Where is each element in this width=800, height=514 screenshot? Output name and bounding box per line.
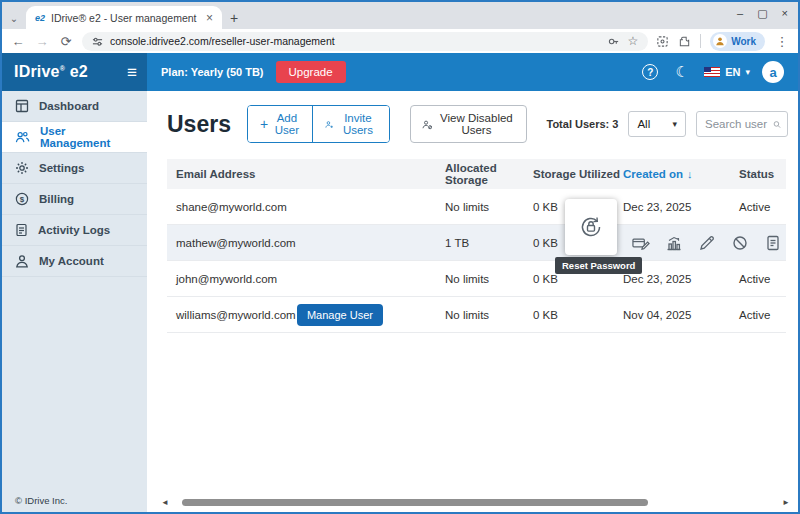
- main-content: Users + Add User Invite Users View Disab…: [147, 91, 798, 512]
- user-email: shane@myworld.com: [167, 201, 445, 213]
- forward-icon[interactable]: →: [34, 34, 50, 49]
- user-actions-group: + Add User Invite Users: [247, 105, 390, 143]
- status-badge: Active: [739, 273, 786, 285]
- manage-user-button[interactable]: Manage User: [297, 304, 383, 326]
- scroll-left-icon[interactable]: ◄: [161, 499, 169, 507]
- scrollbar-track[interactable]: [173, 499, 778, 506]
- address-bar: ← → ⟳ console.idrivee2.com/reseller-user…: [2, 29, 798, 53]
- plan-label: Plan: Yearly (50 TB): [161, 66, 264, 78]
- invite-user-icon: [325, 118, 334, 131]
- reset-password-icon: [578, 214, 604, 240]
- reset-password-button[interactable]: [565, 199, 617, 255]
- usage-stats-icon[interactable]: [665, 234, 683, 252]
- table-row-hovered[interactable]: mathew@myworld.com 1 TB 0 KB: [167, 225, 786, 261]
- table-row[interactable]: john@myworld.com No limits 0 KB Dec 23, …: [167, 261, 786, 297]
- help-icon[interactable]: ?: [640, 62, 660, 82]
- app-header-bar: Plan: Yearly (50 TB) Upgrade ? ☾ EN ▾ a: [147, 53, 798, 91]
- upgrade-button[interactable]: Upgrade: [276, 61, 346, 83]
- copyright-footer: © IDrive Inc.: [15, 495, 67, 506]
- status-badge: Active: [739, 201, 786, 213]
- user-avatar[interactable]: a: [762, 61, 784, 83]
- browser-window: ⌄ e2 IDrive® e2 - User management × + – …: [0, 0, 800, 514]
- hamburger-menu-icon[interactable]: ≡: [127, 64, 137, 81]
- reload-icon[interactable]: ⟳: [58, 34, 74, 49]
- sidebar-item-my-account[interactable]: My Account: [2, 246, 147, 277]
- sidebar-item-settings[interactable]: Settings: [2, 153, 147, 184]
- horizontal-scrollbar[interactable]: ◄ ►: [161, 498, 790, 507]
- tab-close-icon[interactable]: ×: [203, 11, 216, 25]
- svg-text:$: $: [20, 195, 25, 204]
- status-badge: Active: [739, 309, 786, 321]
- account-icon: [15, 254, 29, 268]
- column-status: Status: [739, 168, 786, 180]
- table-row[interactable]: shane@myworld.com No limits 0 KB Dec 23,…: [167, 189, 786, 225]
- user-email: mathew@myworld.com: [167, 237, 445, 249]
- site-settings-icon[interactable]: [92, 36, 103, 47]
- users-icon: [15, 130, 30, 144]
- minimize-icon[interactable]: –: [737, 4, 743, 22]
- dashboard-icon: [15, 99, 29, 113]
- total-users-count: Total Users: 3: [547, 118, 619, 130]
- status-filter-dropdown[interactable]: All ▾: [628, 111, 686, 137]
- column-utilized: Storage Utilized: [533, 168, 623, 180]
- us-flag-icon: [704, 67, 720, 77]
- sidebar-item-user-management[interactable]: User Management: [2, 122, 147, 153]
- tab-title: IDrive® e2 - User management: [51, 12, 197, 24]
- browser-tab[interactable]: e2 IDrive® e2 - User management ×: [26, 6, 222, 29]
- logo-panel: IDrive® e2 ≡: [2, 53, 147, 91]
- gear-icon: [15, 161, 29, 175]
- user-email: john@myworld.com: [167, 273, 445, 285]
- user-logs-icon[interactable]: [764, 234, 782, 252]
- close-window-icon[interactable]: ×: [782, 4, 788, 22]
- address-bar-right: Work ⋮: [656, 32, 790, 51]
- extension-icon[interactable]: [656, 35, 669, 48]
- url-text: console.idrivee2.com/reseller-user-manag…: [110, 35, 600, 47]
- dark-mode-moon-icon[interactable]: ☾: [672, 62, 692, 82]
- maximize-icon[interactable]: ▢: [757, 4, 767, 22]
- sidebar-item-dashboard[interactable]: Dashboard: [2, 91, 147, 122]
- sort-desc-icon: ↓: [687, 168, 693, 180]
- idrive-e2-logo: IDrive® e2: [14, 63, 88, 81]
- table-row[interactable]: williams@myworld.com Manage User No limi…: [167, 297, 786, 333]
- plus-icon: +: [260, 117, 268, 131]
- back-icon[interactable]: ←: [10, 34, 26, 49]
- new-tab-button[interactable]: +: [222, 7, 246, 29]
- search-input[interactable]: [705, 118, 769, 130]
- sidebar-item-activity-logs[interactable]: Activity Logs: [2, 215, 147, 246]
- column-email: Email Address: [167, 168, 445, 180]
- modify-storage-icon[interactable]: [632, 234, 650, 252]
- column-created-on[interactable]: Created on↓: [623, 168, 739, 180]
- search-icon[interactable]: [773, 118, 781, 131]
- add-user-button[interactable]: + Add User: [248, 106, 312, 142]
- billing-icon: $: [15, 192, 29, 206]
- search-box: [696, 111, 788, 137]
- favicon-e2: e2: [35, 13, 45, 23]
- page-title: Users: [167, 111, 231, 138]
- window-controls: – ▢ ×: [737, 4, 794, 22]
- extensions-puzzle-icon[interactable]: [678, 35, 691, 48]
- disable-user-icon[interactable]: [731, 234, 749, 252]
- view-disabled-users-button[interactable]: View Disabled Users: [410, 105, 527, 143]
- sidebar: Dashboard User Management Settings $ Bil…: [2, 91, 147, 512]
- divider: [700, 34, 701, 48]
- profile-chip[interactable]: Work: [710, 32, 765, 51]
- user-email-cell: williams@myworld.com Manage User: [167, 304, 445, 326]
- scrollbar-thumb[interactable]: [182, 499, 648, 506]
- sidebar-item-billing[interactable]: $ Billing: [2, 184, 147, 215]
- invite-users-button[interactable]: Invite Users: [312, 106, 389, 142]
- edit-user-icon[interactable]: [698, 234, 716, 252]
- password-key-icon[interactable]: [607, 35, 620, 48]
- profile-label: Work: [731, 36, 756, 47]
- tab-search-icon[interactable]: ⌄: [2, 7, 26, 29]
- language-selector[interactable]: EN ▾: [704, 66, 750, 78]
- reset-password-tooltip: Reset Password: [555, 257, 642, 274]
- table-header-row: Email Address Allocated Storage Storage …: [167, 159, 786, 189]
- chevron-down-icon: ▾: [745, 67, 750, 77]
- scroll-right-icon[interactable]: ►: [782, 499, 790, 507]
- url-input[interactable]: console.idrivee2.com/reseller-user-manag…: [82, 32, 648, 51]
- row-actions: Reset Password: [565, 225, 782, 260]
- browser-menu-icon[interactable]: ⋮: [774, 34, 790, 49]
- bookmark-star-icon[interactable]: ☆: [627, 34, 638, 48]
- user-email: williams@myworld.com: [176, 309, 296, 321]
- tab-strip: ⌄ e2 IDrive® e2 - User management × + – …: [2, 2, 798, 29]
